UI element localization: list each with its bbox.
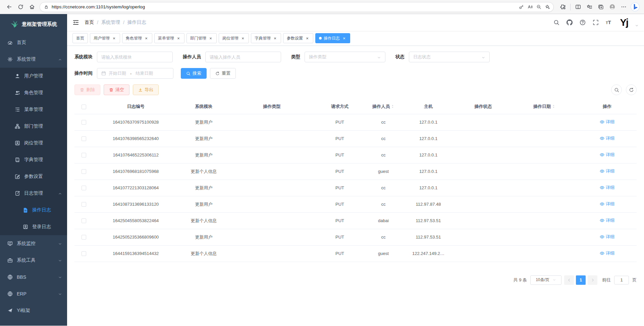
help-icon[interactable] xyxy=(580,19,586,25)
row-checkbox[interactable] xyxy=(82,120,86,125)
close-tab-icon[interactable]: × xyxy=(208,36,213,41)
tab-user-mgmt[interactable]: 用户管理× xyxy=(90,33,120,43)
close-tab-icon[interactable]: × xyxy=(112,36,116,41)
sidebar-item-role-mgmt[interactable]: 角色管理 xyxy=(0,84,67,101)
browser-back-icon[interactable] xyxy=(3,1,15,13)
password-key-icon[interactable] xyxy=(517,3,526,11)
sidebar-item-erp[interactable]: ERP xyxy=(0,285,67,302)
collapse-sidebar-icon[interactable] xyxy=(72,19,79,26)
header-select-all[interactable] xyxy=(74,100,93,114)
type-select[interactable]: 操作类型 xyxy=(305,52,385,62)
delete-button[interactable]: 删除 xyxy=(74,84,100,95)
sidebar-item-post-mgmt[interactable]: 岗位管理 xyxy=(0,135,67,151)
favorites-icon[interactable] xyxy=(584,1,595,13)
bing-chat-icon[interactable] xyxy=(629,1,641,13)
clear-button[interactable]: 清空 xyxy=(104,84,129,95)
github-icon[interactable] xyxy=(567,19,573,25)
sort-caret-icon[interactable] xyxy=(391,104,394,109)
row-checkbox[interactable] xyxy=(82,235,86,240)
sidebar-item-system-mgmt[interactable]: 系统管理 xyxy=(0,51,67,68)
split-screen-icon[interactable] xyxy=(572,1,584,13)
search-icon[interactable] xyxy=(553,19,559,25)
address-bar[interactable]: https://ccnetcore.com:1101/system/log/op… xyxy=(40,2,554,12)
fullscreen-icon[interactable] xyxy=(593,19,599,25)
tab-home[interactable]: 首页 xyxy=(72,33,88,43)
page-1-button[interactable]: 1 xyxy=(576,275,586,285)
collections-icon[interactable] xyxy=(595,1,606,13)
detail-link[interactable]: 详细 xyxy=(600,135,614,141)
date-range-picker[interactable]: 开始日期 - 结束日期 xyxy=(97,68,173,79)
select-all-checkbox[interactable] xyxy=(82,105,86,109)
extensions-icon[interactable] xyxy=(557,1,569,13)
user-logo[interactable]: Yj xyxy=(620,18,628,27)
row-checkbox[interactable] xyxy=(82,136,86,141)
sidebar-item-login-log[interactable]: 登录日志 xyxy=(0,218,67,235)
close-tab-icon[interactable]: × xyxy=(240,36,245,41)
detail-link[interactable]: 详细 xyxy=(600,217,614,223)
tab-dept-mgmt[interactable]: 部门管理× xyxy=(186,33,217,43)
breadcrumb-home[interactable]: 首页 xyxy=(85,19,94,25)
app-logo[interactable]: 意框架管理系统 xyxy=(0,14,67,34)
sidebar-item-home[interactable]: 首页 xyxy=(0,34,67,51)
operator-input[interactable] xyxy=(210,55,277,60)
prev-page-button[interactable] xyxy=(564,275,574,285)
column-header-5[interactable]: 操作人员 xyxy=(365,100,401,114)
column-header-8[interactable]: 操作日期 xyxy=(511,100,578,114)
sidebar-item-system-tools[interactable]: 系统工具 xyxy=(0,252,67,269)
close-tab-icon[interactable]: × xyxy=(273,36,277,41)
reset-button[interactable]: 重置 xyxy=(210,68,236,79)
detail-link[interactable]: 详细 xyxy=(600,119,614,125)
row-checkbox[interactable] xyxy=(82,169,86,174)
show-search-button[interactable] xyxy=(611,84,622,95)
close-tab-icon[interactable]: × xyxy=(176,36,181,41)
chevron-down-icon[interactable] xyxy=(635,23,639,26)
detail-link[interactable]: 详细 xyxy=(600,152,614,158)
detail-link[interactable]: 详细 xyxy=(600,185,614,191)
module-input[interactable] xyxy=(101,55,168,60)
tab-role-mgmt[interactable]: 角色管理× xyxy=(122,33,152,43)
sidebar-item-param-settings[interactable]: 参数设置 xyxy=(0,168,67,185)
tab-menu-mgmt[interactable]: 菜单管理× xyxy=(154,33,184,43)
sidebar-item-oper-log[interactable]: 操作日志 xyxy=(0,202,67,218)
sidebar-item-log-mgmt[interactable]: 日志管理 xyxy=(0,185,67,202)
row-checkbox[interactable] xyxy=(82,251,86,256)
sidebar-item-dict-mgmt[interactable]: 字典管理 xyxy=(0,151,67,168)
add-favorite-icon[interactable] xyxy=(543,3,552,11)
page-size-select[interactable]: 10条/页 xyxy=(530,275,561,285)
sidebar-item-dept-mgmt[interactable]: 部门管理 xyxy=(0,118,67,135)
search-button[interactable]: 搜索 xyxy=(181,68,207,79)
sort-caret-icon[interactable] xyxy=(552,104,555,109)
sidebar-item-system-monitor[interactable]: 系统监控 xyxy=(0,235,67,252)
sidebar-item-menu-mgmt[interactable]: 菜单管理 xyxy=(0,101,67,118)
detail-link[interactable]: 详细 xyxy=(600,201,614,207)
row-checkbox[interactable] xyxy=(82,186,86,190)
detail-link[interactable]: 详细 xyxy=(600,234,614,240)
detail-link[interactable]: 详细 xyxy=(600,250,614,256)
detail-link[interactable]: 详细 xyxy=(600,168,614,174)
sidebar-item-user-mgmt[interactable]: 用户管理 xyxy=(0,68,67,84)
close-tab-icon[interactable]: × xyxy=(305,36,310,41)
browser-refresh-icon[interactable] xyxy=(15,1,26,13)
row-checkbox[interactable] xyxy=(82,202,86,207)
sidebar-item-bbs[interactable]: BBS xyxy=(0,269,67,285)
tab-param-settings[interactable]: 参数设置× xyxy=(283,33,313,43)
tab-oper-log[interactable]: 操作日志× xyxy=(315,33,350,43)
read-aloud-icon[interactable] xyxy=(526,3,534,11)
row-checkbox[interactable] xyxy=(82,153,86,157)
row-checkbox[interactable] xyxy=(82,218,86,223)
export-button[interactable]: 导出 xyxy=(133,84,159,95)
close-tab-icon[interactable]: × xyxy=(342,36,346,41)
browser-more-icon[interactable] xyxy=(618,1,629,13)
tab-post-mgmt[interactable]: 岗位管理× xyxy=(219,33,249,43)
url-text[interactable]: https://ccnetcore.com:1101/system/log/op… xyxy=(52,4,517,9)
goto-page-input[interactable] xyxy=(614,276,629,284)
next-page-button[interactable] xyxy=(588,275,597,285)
tab-dict-mgmt[interactable]: 字典管理× xyxy=(251,33,281,43)
close-tab-icon[interactable]: × xyxy=(144,36,149,41)
zoom-out-icon[interactable] xyxy=(534,3,543,11)
browser-home-icon[interactable] xyxy=(26,1,38,13)
sidebar-item-yi-framework[interactable]: Yi框架 xyxy=(0,302,67,319)
status-select[interactable]: 日志状态 xyxy=(409,52,490,62)
font-size-icon[interactable]: TT xyxy=(606,20,611,25)
refresh-table-button[interactable] xyxy=(626,84,637,95)
